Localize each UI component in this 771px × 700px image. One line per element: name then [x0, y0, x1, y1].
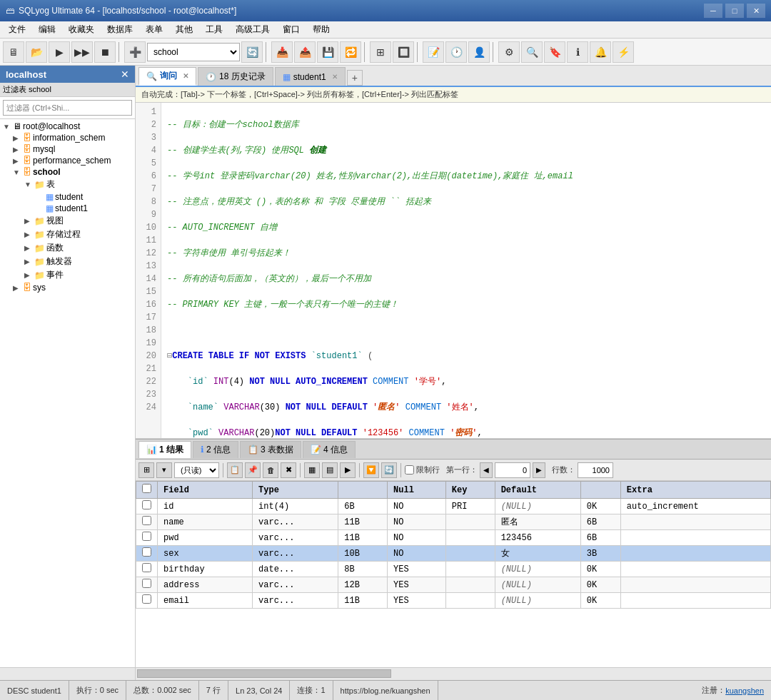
tab-query-close[interactable]: ✕: [183, 72, 188, 80]
rt-dropdown-btn[interactable]: ▾: [156, 462, 172, 478]
tb-stop[interactable]: ⏹: [94, 41, 116, 63]
tb-info[interactable]: ℹ: [567, 41, 588, 63]
row-checkbox[interactable]: [142, 500, 151, 509]
tree-item-views[interactable]: ▶ 📁 视图: [1, 214, 133, 228]
add-tab-button[interactable]: +: [347, 70, 363, 86]
menu-other[interactable]: 其他: [170, 22, 198, 37]
tb-schema[interactable]: 🔲: [393, 41, 414, 63]
tree-item-student1[interactable]: ▶ ▦ student1: [1, 203, 133, 214]
table-row[interactable]: namevarc...11BNO匿名6B: [136, 514, 771, 530]
table-row[interactable]: idint(4)6BNOPRI(NULL)0Kauto_increment: [136, 499, 771, 514]
tb-execute-selected[interactable]: ▶▶: [71, 41, 93, 63]
row-checkbox[interactable]: [142, 516, 151, 525]
rt-copy-btn[interactable]: 📋: [227, 462, 243, 478]
menu-window[interactable]: 窗口: [277, 22, 306, 37]
menu-help[interactable]: 帮助: [307, 22, 336, 37]
tab-query[interactable]: 🔍 询问 ✕: [138, 67, 196, 86]
tb-bookmark[interactable]: 🔖: [544, 41, 565, 63]
sql-editor[interactable]: 12345 678910 1112131415 1617181920 21222…: [136, 103, 771, 439]
database-selector[interactable]: school information_schema mysql performa…: [147, 43, 240, 61]
tb-add-db[interactable]: ➕: [124, 41, 146, 63]
tree-item-functions[interactable]: ▶ 📁 函数: [1, 241, 133, 255]
tree-item-events[interactable]: ▶ 📁 事件: [1, 268, 133, 282]
sidebar-close-button[interactable]: ✕: [121, 69, 129, 80]
code-content[interactable]: -- 目标：创建一个school数据库 -- 创建学生表(列,字段) 使用SQL…: [161, 103, 771, 439]
row-checkbox[interactable]: [142, 547, 151, 557]
maximize-button[interactable]: □: [725, 4, 744, 18]
tree-item-perf-schema[interactable]: ▶ 🗄 performance_schem: [1, 155, 133, 166]
menu-table[interactable]: 表单: [140, 22, 168, 37]
rt-format1-btn[interactable]: ▦: [304, 462, 320, 478]
select-all-cb[interactable]: [142, 484, 151, 493]
row-checkbox[interactable]: [142, 594, 151, 604]
rt-filter-btn[interactable]: 🔽: [363, 462, 379, 478]
rt-format3-btn[interactable]: ▶: [340, 462, 356, 478]
tab-student1-close[interactable]: ✕: [332, 73, 338, 81]
menu-database[interactable]: 数据库: [101, 22, 138, 37]
tb-settings[interactable]: ⚙: [498, 41, 520, 63]
tb-power[interactable]: ⚡: [613, 41, 634, 63]
note-link[interactable]: kuangshen: [725, 686, 764, 695]
menu-favorites[interactable]: 收藏夹: [63, 22, 100, 37]
row-checkbox[interactable]: [142, 532, 151, 541]
rt-refresh-btn[interactable]: 🔄: [381, 462, 397, 478]
rt-format2-btn[interactable]: ▤: [322, 462, 338, 478]
result-tab-4[interactable]: 📝 4 信息: [303, 441, 356, 458]
row-checkbox[interactable]: [142, 563, 151, 572]
table-row[interactable]: emailvarc...11BYES(NULL)0K: [136, 593, 771, 609]
rt-rowcount-input[interactable]: [578, 462, 613, 478]
tree-item-sys[interactable]: ▶ 🗄 sys: [1, 282, 133, 293]
tb-refresh[interactable]: 🔄: [241, 41, 263, 63]
table-row[interactable]: pwdvarc...11BNO1234566B: [136, 530, 771, 546]
tree-item-triggers[interactable]: ▶ 📁 触发器: [1, 255, 133, 268]
tree-item-root[interactable]: ▼ 🖥 root@localhost: [1, 121, 133, 132]
row-checkbox[interactable]: [142, 579, 151, 588]
rt-row-input[interactable]: [495, 462, 530, 478]
menu-file[interactable]: 文件: [3, 22, 31, 37]
tb-history[interactable]: 🕐: [445, 41, 467, 63]
tb-new-connection[interactable]: 🖥: [3, 41, 24, 63]
tb-open[interactable]: 📂: [26, 41, 47, 63]
rt-mode-select[interactable]: (只读) 可编辑: [174, 462, 219, 478]
tree-item-procedures[interactable]: ▶ 📁 存储过程: [1, 228, 133, 241]
hscroll-thumb[interactable]: [137, 669, 391, 678]
tb-import[interactable]: 📥: [271, 41, 293, 63]
table-row[interactable]: birthdaydate...8BYES(NULL)0K: [136, 562, 771, 577]
rt-limit-checkbox[interactable]: [405, 465, 414, 475]
tb-export[interactable]: 📤: [294, 41, 316, 63]
tb-execute-all[interactable]: ▶: [49, 41, 70, 63]
tb-notification[interactable]: 🔔: [590, 41, 611, 63]
tb-user-mgr[interactable]: 👤: [468, 41, 490, 63]
result-tab-3[interactable]: 📋 3 表数据: [240, 441, 301, 458]
tree-item-info-schema[interactable]: ▶ 🗄 information_schem: [1, 132, 133, 143]
tab-history[interactable]: 🕐 18 历史记录: [198, 67, 273, 86]
rt-prev-btn[interactable]: ◀: [480, 462, 493, 478]
sidebar-hscroll[interactable]: [0, 668, 136, 680]
rt-next-btn[interactable]: ▶: [533, 462, 545, 478]
minimize-button[interactable]: ─: [704, 4, 722, 18]
menu-tools[interactable]: 工具: [200, 22, 228, 37]
tree-item-tables[interactable]: ▼ 📁 表: [1, 178, 133, 191]
result-tab-1[interactable]: 📊 1 结果: [138, 441, 191, 458]
rt-grid-btn[interactable]: ⊞: [138, 462, 154, 478]
rt-paste-btn[interactable]: 📌: [245, 462, 261, 478]
editor-hscroll[interactable]: [136, 668, 771, 680]
table-row[interactable]: sexvarc...10BNO女3B: [136, 546, 771, 562]
result-tab-2[interactable]: ℹ 2 信息: [193, 441, 238, 458]
tb-backup[interactable]: 💾: [317, 41, 338, 63]
menu-advanced-tools[interactable]: 高级工具: [230, 22, 276, 37]
tab-student1[interactable]: ▦ student1 ✕: [275, 67, 346, 86]
rt-clear-btn[interactable]: ✖: [281, 462, 296, 478]
tree-item-student[interactable]: ▶ ▦ student: [1, 191, 133, 203]
tree-item-school[interactable]: ▼ 🗄 school: [1, 166, 133, 178]
sidebar-filter-input[interactable]: [3, 100, 132, 116]
tb-table-grid[interactable]: ⊞: [370, 41, 391, 63]
tree-item-mysql[interactable]: ▶ 🗄 mysql: [1, 143, 133, 155]
tb-search[interactable]: 🔍: [521, 41, 543, 63]
menu-edit[interactable]: 编辑: [33, 22, 61, 37]
close-button[interactable]: ✕: [747, 4, 765, 18]
tb-query[interactable]: 📝: [423, 41, 444, 63]
tb-restore[interactable]: 🔁: [340, 41, 361, 63]
rt-delete-btn[interactable]: 🗑: [263, 462, 278, 478]
table-row[interactable]: addressvarc...12BYES(NULL)0K: [136, 577, 771, 593]
